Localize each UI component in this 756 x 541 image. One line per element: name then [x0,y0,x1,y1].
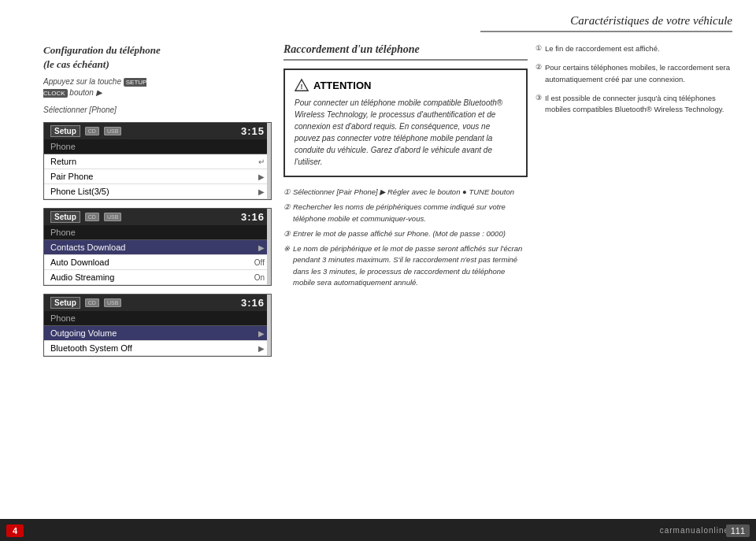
screen1-item-pair-phone-label: Pair Phone [50,172,93,181]
screen-1: Setup CD USB 3:15 Phone Return ↵ Pair Ph… [43,122,272,200]
step-3: Entrer le mot de passe affiché sur Phone… [284,228,528,239]
screen2-item-contacts[interactable]: Contacts Download ▶ [44,240,271,255]
screen2-cd-badge: CD [85,213,99,221]
screen1-subtitle: Phone [44,139,271,154]
screen3-time: 3:16 [241,297,265,309]
screen2-setup-label: Setup [50,211,80,223]
screen3-item-bluetooth-off-arrow: ▶ [258,344,265,353]
screen2-item-auto-download-label: Auto Download [50,258,109,267]
screen1-cd-badge: CD [85,127,99,135]
page-title: Caractéristiques de votre véhicule [480,14,732,32]
screen-2: Setup CD USB 3:16 Phone Contacts Downloa… [43,208,272,286]
attention-label: ATTENTION [313,80,371,91]
screen1-setup-label: Setup [50,125,80,137]
screen1-usb-badge: USB [104,127,121,135]
attention-body: Pour connecter un téléphone mobile compa… [295,97,517,168]
screen1-header-left: Setup CD USB [50,125,121,137]
screen1-item-return-label: Return [50,157,76,166]
attention-header: ! ATTENTION [295,78,517,92]
far-right-column: Le fin de raccordement est affiché. Pour… [536,43,736,123]
screen2-time: 3:16 [241,211,265,223]
screen-3: Setup CD USB 3:16 Phone Outgoing Volume … [43,294,272,357]
note-3: Il est possible de connecter jusqu'à cin… [536,93,736,116]
screen2-header-left: Setup CD USB [50,211,121,223]
step-1: Sélectionner [Pair Phone] ▶ Régler avec … [284,187,528,198]
screen1-item-phone-list-label: Phone List(3/5) [50,187,109,196]
screen1-scrollbar [267,123,271,199]
screen3-setup-label: Setup [50,297,80,309]
screen3-header-left: Setup CD USB [50,297,121,309]
screen3-subtitle: Phone [44,311,271,326]
screen2-item-contacts-label: Contacts Download [50,243,125,252]
instruction-text: Appuyez sur la touche SETUPCLOCK bouton … [43,76,272,98]
screen1-item-return-arrow: ↵ [258,157,265,166]
note-2: Pour certains téléphones mobiles, le rac… [536,62,736,85]
screen2-item-contacts-arrow: ▶ [258,243,265,252]
screen3-item-bluetooth-off[interactable]: Bluetooth System Off ▶ [44,341,271,356]
center-column: Raccordement d'un téléphone ! ATTENTION … [284,43,528,292]
note-1: Le fin de raccordement est affiché. [536,43,736,54]
screen1-item-pair-phone[interactable]: Pair Phone ▶ [44,169,271,184]
screen3-item-bluetooth-off-label: Bluetooth System Off [50,343,132,353]
screen1-item-phone-list-arrow: ▶ [258,187,265,196]
attention-box: ! ATTENTION Pour connecter un téléphone … [284,69,528,177]
screen3-header: Setup CD USB 3:16 [44,295,271,311]
raccordement-title: Raccordement d'un téléphone [284,43,528,61]
bottom-bar: carmanualonline.info [0,519,756,541]
screen2-usb-badge: USB [104,213,121,221]
warning-triangle-icon: ! [295,78,309,92]
screen3-usb-badge: USB [104,298,121,307]
screen2-item-audio-streaming[interactable]: Audio Streaming On [44,270,271,285]
screen1-item-phone-list[interactable]: Phone List(3/5) ▶ [44,184,271,199]
left-section-title: Configuration du téléphone (le cas échéa… [43,43,272,72]
page-number: 111 [726,524,750,537]
step-star: Le nom de périphérique et le mot de pass… [284,243,528,288]
screen2-header: Setup CD USB 3:16 [44,209,271,225]
screen2-item-auto-download-value: Off [254,258,265,267]
screen2-item-audio-streaming-value: On [254,273,265,282]
screen3-item-outgoing-volume[interactable]: Outgoing Volume ▶ [44,326,271,341]
step-2: Rechercher les noms de périphériques com… [284,202,528,224]
sub-instruction: Sélectionner [Phone] [43,105,272,116]
screen3-item-outgoing-volume-label: Outgoing Volume [50,328,117,338]
instruction-arrow: bouton ▶ [69,88,102,97]
screen1-item-return[interactable]: Return ↵ [44,154,271,169]
screen2-item-auto-download[interactable]: Auto Download Off [44,255,271,270]
screen1-item-pair-phone-arrow: ▶ [258,172,265,181]
screen3-item-outgoing-volume-arrow: ▶ [258,329,265,338]
screen3-cd-badge: CD [85,298,99,307]
svg-text:!: ! [301,83,303,91]
screen3-scrollbar [267,295,271,356]
left-column: Configuration du téléphone (le cas échéa… [43,43,272,365]
chapter-number: 4 [6,524,24,537]
screen2-subtitle: Phone [44,225,271,240]
screen2-item-audio-streaming-label: Audio Streaming [50,272,114,282]
instruction-label: Appuyez sur la touche [43,77,124,86]
screen1-time: 3:15 [241,125,265,137]
screen1-header: Setup CD USB 3:15 [44,123,271,139]
screen2-scrollbar [267,209,271,285]
